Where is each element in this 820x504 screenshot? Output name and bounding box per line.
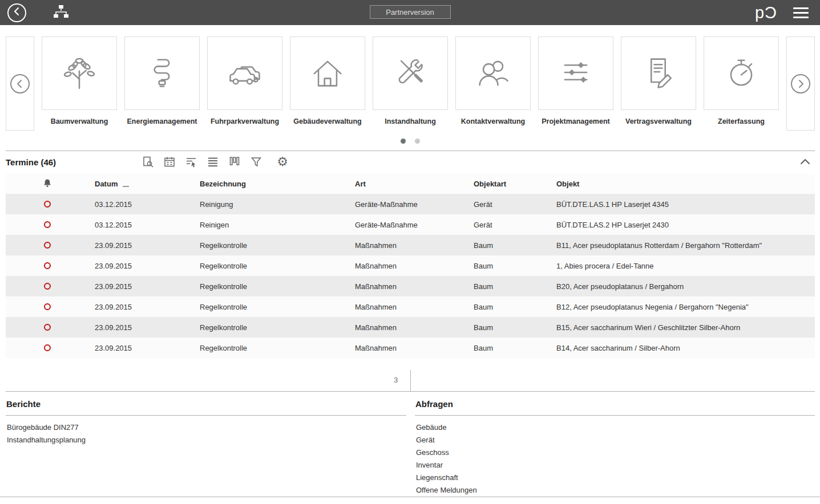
list-icon[interactable] bbox=[206, 155, 220, 169]
cell-objekt: BÜT.DTE.LAS.2 HP Laserjet 2430 bbox=[551, 221, 815, 229]
column-header-objektart[interactable]: Objektart bbox=[468, 180, 551, 188]
cell-art: Maßnahmen bbox=[349, 323, 468, 332]
cell-bezeichnung: Reinigen bbox=[194, 221, 349, 229]
org-chart-button[interactable] bbox=[52, 5, 70, 21]
cell-objektart: Gerät bbox=[468, 200, 551, 209]
calendar-icon[interactable] bbox=[163, 155, 176, 169]
status-circle-icon bbox=[44, 242, 51, 249]
chevron-right-icon bbox=[791, 74, 810, 94]
cell-art: Maßnahmen bbox=[349, 241, 468, 250]
column-header-art[interactable]: Art bbox=[349, 180, 468, 188]
module-label: Zeiterfassung bbox=[718, 117, 765, 125]
column-header-bezeichnung[interactable]: Bezeichnung bbox=[194, 180, 349, 188]
cell-datum: 23.09.2015 bbox=[89, 241, 194, 250]
termine-toolbar: ⚙ bbox=[141, 155, 289, 169]
cell-objektart: Baum bbox=[468, 282, 551, 291]
abfrage-item[interactable]: Offene Meldungen bbox=[415, 484, 815, 497]
status-circle-icon bbox=[44, 283, 51, 290]
topbar-right: pƆ bbox=[755, 5, 810, 21]
gear-icon[interactable]: ⚙ bbox=[276, 155, 289, 169]
table-row[interactable]: 23.09.2015 Regelkontrolle Maßnahmen Baum… bbox=[6, 235, 815, 255]
module-vertragsverwaltung[interactable]: Vertragsverwaltung bbox=[621, 36, 696, 131]
abfrage-item[interactable]: Gerät bbox=[415, 434, 815, 446]
cell-art: Maßnahmen bbox=[349, 344, 468, 352]
abfrage-item[interactable]: Inventar bbox=[415, 459, 815, 472]
cell-objektart: Baum bbox=[468, 344, 551, 352]
cell-art: Geräte-Maßnahme bbox=[349, 200, 468, 209]
carousel-next-button[interactable] bbox=[786, 36, 815, 131]
status-circle-icon bbox=[44, 201, 51, 208]
menu-button[interactable] bbox=[792, 5, 810, 21]
preview-icon[interactable] bbox=[141, 155, 155, 169]
cell-objekt: B20, Acer pseudoplatanus / Bergahorn bbox=[551, 282, 815, 291]
cell-bezeichnung: Regelkontrolle bbox=[194, 303, 349, 311]
cell-bezeichnung: Regelkontrolle bbox=[194, 241, 349, 250]
status-circle-icon bbox=[44, 262, 51, 269]
table-row[interactable]: 23.09.2015 Regelkontrolle Maßnahmen Baum… bbox=[6, 276, 815, 296]
table-row[interactable]: 23.09.2015 Regelkontrolle Maßnahmen Baum… bbox=[6, 296, 815, 317]
berichte-title: Berichte bbox=[6, 395, 406, 416]
bottom-divider bbox=[0, 497, 820, 497]
table-row[interactable]: 03.12.2015 Reinigung Geräte-Maßnahme Ger… bbox=[6, 194, 815, 214]
abfrage-item[interactable]: Geschoss bbox=[415, 446, 815, 459]
section-divider bbox=[6, 391, 815, 392]
columns-icon[interactable] bbox=[228, 155, 241, 169]
module-label: Kontaktverwaltung bbox=[461, 117, 526, 125]
cell-objekt: 1, Abies procera / Edel-Tanne bbox=[551, 262, 815, 270]
carousel-dots bbox=[0, 139, 820, 144]
module-label: Energiemanagement bbox=[127, 117, 197, 125]
cell-objektart: Baum bbox=[468, 303, 551, 311]
funnel-icon[interactable] bbox=[249, 155, 263, 169]
column-header-datum[interactable]: Datum bbox=[89, 180, 194, 188]
alarm-icon bbox=[43, 178, 52, 189]
termine-header: Termine (46) ⚙ bbox=[6, 152, 815, 172]
module-kontaktverwaltung[interactable]: Kontaktverwaltung bbox=[455, 36, 531, 131]
page: Partnerversion pƆ bbox=[0, 0, 820, 504]
collapse-section-button[interactable] bbox=[800, 157, 810, 167]
carousel-prev-button[interactable] bbox=[6, 36, 34, 131]
table-row[interactable]: 23.09.2015 Regelkontrolle Maßnahmen Baum… bbox=[6, 255, 815, 276]
module-gebaeudeverwaltung[interactable]: Gebäudeverwaltung bbox=[290, 36, 365, 131]
filter-rows-icon[interactable] bbox=[184, 155, 198, 169]
table-row[interactable]: 23.09.2015 Regelkontrolle Maßnahmen Baum… bbox=[6, 338, 815, 358]
cell-objektart: Baum bbox=[468, 262, 551, 270]
abfrage-item[interactable]: Liegenschaft bbox=[415, 472, 815, 484]
org-chart-icon bbox=[52, 5, 70, 21]
contacts-icon bbox=[474, 53, 512, 94]
cell-art: Geräte-Maßnahme bbox=[349, 221, 468, 229]
cell-bezeichnung: Reinigung bbox=[194, 200, 349, 209]
bericht-item[interactable]: Instandhaltungsplanung bbox=[6, 434, 406, 446]
cell-objekt: B12, Acer pseudoplatanus Negenia / Berga… bbox=[551, 303, 815, 311]
bericht-item[interactable]: Bürogebäude DIN277 bbox=[6, 421, 406, 434]
module-baumverwaltung[interactable]: Baumverwaltung bbox=[42, 36, 117, 131]
carousel-dot-2[interactable] bbox=[415, 139, 420, 144]
cell-datum: 23.09.2015 bbox=[89, 303, 194, 311]
module-fuhrparkverwaltung[interactable]: Fuhrparkverwaltung bbox=[207, 36, 282, 131]
cell-objektart: Baum bbox=[468, 241, 551, 250]
status-circle-icon bbox=[44, 221, 51, 228]
column-header-objekt[interactable]: Objekt bbox=[551, 180, 815, 188]
footer-divider bbox=[410, 370, 411, 391]
cell-bezeichnung: Regelkontrolle bbox=[194, 344, 349, 352]
abfragen-title: Abfragen bbox=[415, 395, 815, 416]
cell-art: Maßnahmen bbox=[349, 282, 468, 291]
cell-datum: 23.09.2015 bbox=[89, 282, 194, 291]
app-logo: pƆ bbox=[755, 5, 777, 21]
tree-icon bbox=[60, 53, 99, 94]
partnerversion-button[interactable]: Partnerversion bbox=[370, 5, 451, 19]
table-row[interactable]: 03.12.2015 Reinigen Geräte-Maßnahme Gerä… bbox=[6, 214, 815, 235]
cell-datum: 23.09.2015 bbox=[89, 262, 194, 270]
table-row[interactable]: 23.09.2015 Regelkontrolle Maßnahmen Baum… bbox=[6, 317, 815, 338]
module-instandhaltung[interactable]: Instandhaltung bbox=[373, 36, 448, 131]
carousel-dot-1[interactable] bbox=[401, 139, 406, 144]
back-button[interactable] bbox=[7, 3, 26, 22]
cars-icon bbox=[225, 53, 264, 94]
cell-objekt: BÜT.DTE.LAS.1 HP Laserjet 4345 bbox=[551, 200, 815, 209]
abfrage-item[interactable]: Gebäude bbox=[415, 421, 815, 434]
cell-datum: 03.12.2015 bbox=[89, 221, 194, 229]
module-zeiterfassung[interactable]: Zeiterfassung bbox=[704, 36, 779, 131]
sliders-icon bbox=[556, 53, 595, 94]
module-energiemanagement[interactable]: Energiemanagement bbox=[124, 36, 200, 131]
module-projektmanagement[interactable]: Projektmanagement bbox=[538, 36, 613, 131]
alarm-column-header[interactable] bbox=[6, 178, 89, 189]
